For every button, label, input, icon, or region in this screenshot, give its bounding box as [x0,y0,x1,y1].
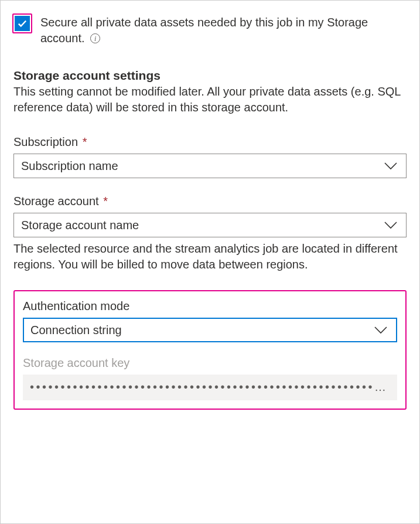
chevron-down-icon [384,221,398,229]
subscription-label: Subscription * [13,135,407,149]
secure-assets-row: Secure all private data assets needed by… [13,15,407,46]
required-indicator: * [103,195,108,207]
required-indicator: * [83,135,87,148]
authentication-highlight-box: Authentication mode Connection string St… [13,290,407,410]
secure-assets-label: Secure all private data assets needed by… [40,15,407,46]
auth-mode-label: Authentication mode [23,300,397,313]
subscription-label-text: Subscription [13,135,78,148]
auth-mode-value: Connection string [30,324,122,337]
subscription-value: Subscription name [21,159,118,173]
auth-mode-field-group: Authentication mode Connection string [23,300,397,342]
storage-key-label: Storage account key [23,356,397,370]
checkbox-label-text: Secure all private data assets needed by… [40,16,368,45]
checkmark-icon [17,18,28,29]
subscription-dropdown[interactable]: Subscription name [13,154,407,178]
info-icon[interactable]: i [90,33,100,43]
storage-account-helper-text: The selected resource and the stream ana… [13,241,407,273]
storage-key-field-group: Storage account key ••••••••••••••••••••… [23,356,397,400]
subscription-field-group: Subscription * Subscription name [13,135,407,178]
storage-account-field-group: Storage account * Storage account name T… [13,195,407,273]
storage-account-dropdown[interactable]: Storage account name [13,213,407,237]
storage-account-value: Storage account name [21,219,139,232]
storage-account-label-text: Storage account [13,195,99,207]
checkbox-highlight-box [12,13,32,33]
chevron-down-icon [384,162,398,170]
storage-settings-heading: Storage account settings [13,69,407,83]
storage-key-input[interactable]: ••••••••••••••••••••••••••••••••••••••••… [23,375,397,400]
storage-account-label: Storage account * [13,195,407,208]
chevron-down-icon [374,326,388,334]
secure-assets-checkbox[interactable] [15,16,30,31]
storage-settings-description: This setting cannot be modified later. A… [13,84,407,115]
auth-mode-dropdown[interactable]: Connection string [23,318,397,342]
settings-panel: Secure all private data assets needed by… [0,0,420,524]
